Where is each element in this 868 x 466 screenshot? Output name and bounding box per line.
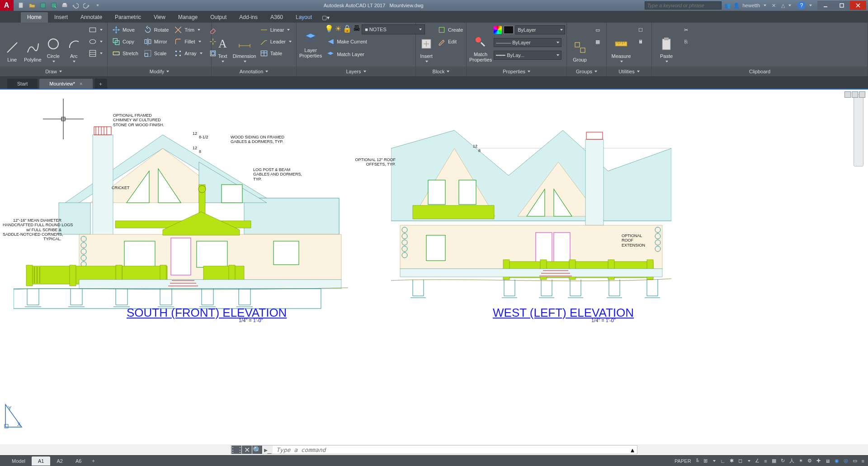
layouttab-add[interactable]: ＋ — [88, 456, 99, 466]
command-line[interactable]: ⋮⋮ ✕ 🔍 ▸_ ▴ — [231, 445, 637, 454]
ortho-icon[interactable]: ∟ — [720, 458, 725, 464]
cmd-close-icon[interactable]: ✕ — [242, 446, 252, 454]
lineweight-icon[interactable]: ≡ — [764, 458, 767, 464]
color-picker-icon[interactable] — [494, 26, 502, 34]
dimension-button[interactable]: Dimension — [233, 24, 256, 62]
layouttab-a1[interactable]: A1 — [32, 456, 50, 466]
select-all-icon[interactable]: ☐ — [635, 24, 646, 35]
measure-button[interactable]: Measure — [609, 24, 633, 62]
workspace-icon[interactable]: ✚ — [816, 458, 821, 464]
help-search-input[interactable] — [645, 1, 722, 10]
filetab-mountview[interactable]: Mountview*× — [39, 79, 92, 89]
paste-button[interactable]: Paste — [655, 24, 678, 62]
cmd-search-icon[interactable]: 🔍 — [252, 446, 262, 454]
match-layer-button[interactable]: Match Layer — [325, 49, 425, 60]
osnap-icon[interactable]: ◻ — [738, 458, 742, 464]
create-block-button[interactable]: Create — [436, 24, 465, 35]
tab-output[interactable]: Output — [204, 12, 233, 23]
tab-view[interactable]: View — [147, 12, 172, 23]
minimize-button[interactable] — [817, 1, 834, 10]
cycling-icon[interactable]: ↻ — [781, 458, 785, 464]
close-tab-icon[interactable]: × — [80, 81, 82, 86]
tab-layout[interactable]: Layout — [289, 12, 318, 23]
cmd-handle-icon[interactable]: ⋮⋮ — [231, 446, 241, 454]
clean-screen-icon[interactable]: ▭ — [853, 458, 857, 464]
hardware-icon[interactable]: ◉ — [835, 458, 839, 464]
viewport-controls[interactable] — [844, 91, 865, 98]
tab-visibility-icon[interactable]: ▢▾ — [318, 13, 333, 23]
undo-icon[interactable] — [71, 1, 80, 10]
tab-parametric[interactable]: Parametric — [108, 12, 147, 23]
stretch-button[interactable]: Stretch — [110, 48, 140, 59]
new-icon[interactable] — [16, 1, 26, 10]
leader-button[interactable]: Leader — [258, 36, 293, 47]
array-button[interactable]: Array — [172, 48, 204, 59]
tab-addins[interactable]: Add-ins — [233, 12, 264, 23]
exchange-icon[interactable]: ✕ — [772, 3, 776, 9]
match-properties-button[interactable]: Match Properties — [469, 24, 492, 62]
color-select[interactable]: ByLayer — [515, 25, 565, 34]
insert-button[interactable]: Insert — [419, 24, 434, 62]
layer-bulb-icon[interactable]: 💡 — [325, 24, 334, 34]
autodesk-a360-icon[interactable]: △ — [781, 3, 785, 9]
color-swatch[interactable] — [504, 26, 514, 34]
infocenter-icon[interactable]: 👥 — [724, 3, 731, 9]
rotate-button[interactable]: Rotate — [142, 24, 170, 35]
trim-button[interactable]: Trim — [172, 24, 204, 35]
polyline-button[interactable]: Polyline — [24, 24, 42, 62]
cut-icon[interactable]: ✂ — [680, 24, 692, 35]
layouttab-a6[interactable]: A6 — [69, 456, 88, 466]
command-input[interactable] — [273, 447, 628, 453]
tab-a360[interactable]: A360 — [264, 12, 289, 23]
linear-button[interactable]: Linear — [258, 24, 293, 35]
close-button[interactable] — [850, 1, 866, 10]
filetab-start[interactable]: Start — [7, 79, 38, 89]
units-icon[interactable]: 🖥 — [825, 458, 830, 464]
tab-manage[interactable]: Manage — [172, 12, 204, 23]
tab-insert[interactable]: Insert — [48, 12, 74, 23]
group-button[interactable]: Group — [570, 24, 590, 62]
help-icon[interactable]: ? — [797, 1, 806, 10]
scale-button[interactable]: Scale — [142, 48, 170, 59]
saveas-icon[interactable] — [49, 1, 59, 10]
user-icon[interactable]: 👤 — [733, 3, 740, 9]
hatch-icon[interactable] — [87, 48, 104, 59]
table-button[interactable]: Table — [258, 48, 293, 59]
layer-lock-icon[interactable]: 🔒 — [343, 24, 352, 34]
transparency-icon[interactable]: ▦ — [772, 458, 776, 464]
group-edit-icon[interactable]: ▦ — [592, 36, 604, 47]
arc-button[interactable]: Arc — [65, 24, 84, 62]
maximize-button[interactable] — [834, 1, 850, 10]
annoscale-icon[interactable]: 人 — [789, 457, 794, 464]
copy-clip-icon[interactable]: ⎘ — [680, 36, 692, 47]
isolate-icon[interactable]: ◎ — [844, 458, 848, 464]
tab-annotate[interactable]: Annotate — [74, 12, 108, 23]
qat-dropdown-icon[interactable] — [92, 1, 102, 10]
layer-sun-icon[interactable]: ☀ — [335, 24, 341, 34]
layouttab-model[interactable]: Model — [5, 456, 32, 466]
text-button[interactable]: AText — [214, 24, 231, 62]
layouttab-a2[interactable]: A2 — [50, 456, 69, 466]
mirror-button[interactable]: Mirror — [142, 36, 170, 47]
copy-button[interactable]: Copy — [110, 36, 140, 47]
line-button[interactable]: Line — [3, 24, 22, 62]
cmd-history-icon[interactable]: ▴ — [628, 446, 637, 454]
user-name[interactable]: hewetth — [742, 3, 760, 8]
edit-block-button[interactable]: Edit — [436, 36, 465, 47]
otrack-icon[interactable]: ∠ — [755, 458, 760, 464]
open-icon[interactable] — [27, 1, 37, 10]
quick-calc-icon[interactable]: 🖩 — [635, 36, 646, 47]
layer-plot-icon[interactable]: 🖶 — [353, 24, 360, 34]
rectangle-icon[interactable] — [87, 24, 104, 35]
ellipse-icon[interactable] — [87, 36, 104, 47]
make-current-button[interactable]: Make Current — [325, 36, 425, 47]
drawing-area[interactable]: OPTIONAL FRAMED CHIMNEY W/ CULTURED STON… — [0, 89, 868, 444]
navigation-bar[interactable] — [854, 94, 863, 166]
filetab-add[interactable]: ＋ — [94, 79, 107, 89]
grid-icon[interactable]: ⊞ — [703, 458, 708, 464]
save-icon[interactable] — [38, 1, 48, 10]
annoauto-icon[interactable]: ⚙ — [807, 458, 812, 464]
space-label[interactable]: PAPER — [675, 458, 691, 464]
app-menu-button[interactable]: A — [0, 0, 14, 11]
customize-icon[interactable]: ≡ — [862, 458, 864, 464]
